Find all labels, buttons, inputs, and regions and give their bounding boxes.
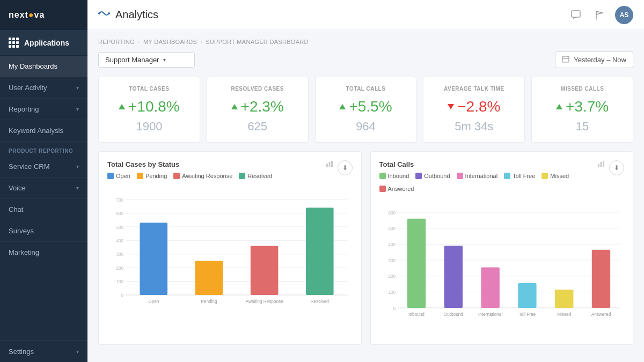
kpi-trend-row: +2.3% [216, 98, 299, 115]
kpi-label: AVERAGE TALK TIME [432, 86, 516, 92]
total-calls-chart: Total Calls Inbound Outbound Internation… [370, 151, 634, 345]
svg-text:700: 700 [116, 198, 123, 203]
sidebar-item-my-dashboards[interactable]: My Dashboards [0, 56, 87, 77]
user-avatar[interactable]: AS [615, 6, 633, 24]
kpi-trend-row: +10.8% [107, 98, 191, 115]
sidebar-item-chat[interactable]: Chat [0, 199, 87, 220]
header-actions: AS [568, 6, 633, 24]
legend-item: Toll Free [504, 173, 535, 179]
svg-rect-32 [598, 164, 599, 167]
kpi-card-total-cases: TOTAL CASES +10.8% 1900 [98, 77, 200, 143]
applications-label: Applications [24, 39, 69, 47]
kpi-percent: +5.5% [349, 98, 392, 115]
bar-chart-icon[interactable] [597, 160, 605, 169]
chevron-down-icon: ▾ [76, 164, 79, 169]
date-range-picker[interactable]: Yesterday – Now [555, 51, 633, 68]
sidebar-item-voice[interactable]: Voice ▾ [0, 178, 87, 199]
kpi-value: 15 [540, 120, 624, 134]
legend-color [379, 173, 386, 179]
chart-header: Total Calls Inbound Outbound Internation… [379, 160, 625, 196]
header-title-area: Analytics [98, 8, 158, 22]
cases-by-status-chart: Total Cases by Status Open Pending Await… [98, 151, 362, 345]
svg-text:400: 400 [388, 242, 396, 247]
legend-label: Pending [145, 173, 167, 179]
svg-text:200: 200 [388, 274, 396, 279]
chat-icon-button[interactable] [568, 7, 584, 23]
sidebar-item-label: Service CRM [9, 162, 50, 171]
legend-item: Inbound [379, 173, 409, 179]
breadcrumb-my-dashboards[interactable]: MY DASHBOARDS [143, 39, 197, 45]
legend-item: International [457, 173, 498, 179]
legend-label: Inbound [388, 173, 409, 179]
sidebar-item-surveys[interactable]: Surveys [0, 220, 87, 242]
sidebar-item-label: My Dashboards [9, 62, 57, 70]
kpi-value: 5m 34s [432, 120, 516, 134]
bar-chart-icon[interactable] [326, 160, 333, 169]
svg-text:Inbound: Inbound [408, 312, 425, 317]
svg-text:International: International [478, 312, 502, 317]
main-content: Analytics AS REPORTING › MY DASHBOARDS ›… [87, 0, 644, 362]
sidebar-item-label: Surveys [9, 227, 34, 235]
legend-color [504, 173, 510, 179]
legend-color [457, 173, 463, 179]
sidebar-item-reporting[interactable]: Reporting ▾ [0, 99, 87, 120]
sidebar-settings[interactable]: Settings ▾ [0, 341, 87, 362]
legend-color [415, 173, 422, 179]
flag-icon-button[interactable] [591, 7, 608, 23]
kpi-card-total-calls: TOTAL CALLS +5.5% 964 [315, 77, 417, 143]
kpi-label: RESOLVED CASES [216, 86, 299, 92]
page-content: REPORTING › MY DASHBOARDS › SUPPORT MANA… [87, 30, 644, 362]
svg-text:Pending: Pending [201, 299, 217, 304]
sidebar-item-label: Voice [9, 184, 26, 192]
chevron-down-icon: ▾ [76, 85, 79, 91]
dashboard-selector[interactable]: Support Manager ▾ [98, 52, 195, 68]
svg-text:400: 400 [116, 239, 123, 243]
legend-label: International [465, 173, 498, 179]
calendar-icon [562, 55, 569, 64]
svg-text:100: 100 [388, 290, 396, 295]
sidebar: next●va Applications My Dashboards User … [0, 0, 87, 362]
breadcrumb-current: SUPPORT MANAGER DASHBOARD [206, 39, 309, 45]
legend-label: Awaiting Response [182, 173, 232, 179]
download-button[interactable]: ⬇ [338, 160, 353, 175]
svg-text:600: 600 [116, 211, 123, 216]
sidebar-item-keyword-analysis[interactable]: Keyword Analysis [0, 120, 87, 142]
applications-menu[interactable]: Applications [0, 30, 87, 56]
svg-text:0: 0 [121, 293, 124, 298]
sidebar-item-service-crm[interactable]: Service CRM ▾ [0, 156, 87, 178]
kpi-card-resolved-cases: RESOLVED CASES +2.3% 625 [207, 77, 309, 143]
bar [195, 261, 223, 295]
bar [444, 246, 462, 308]
sidebar-item-label: Marketing [9, 248, 39, 256]
legend-item: Pending [137, 173, 167, 179]
kpi-label: TOTAL CALLS [324, 86, 408, 92]
logo-area: next●va [0, 0, 87, 30]
date-range-label: Yesterday – Now [574, 56, 626, 64]
settings-label: Settings [9, 348, 34, 356]
sidebar-item-label: Keyword Analysis [9, 127, 63, 135]
chevron-down-icon: ▾ [76, 185, 79, 191]
svg-rect-10 [331, 161, 333, 167]
legend-item: Outbound [415, 173, 450, 179]
svg-point-0 [98, 12, 100, 14]
chart-title: Total Calls [379, 160, 598, 168]
trend-arrow-up [339, 104, 346, 109]
bar [306, 208, 334, 295]
svg-rect-2 [572, 11, 580, 17]
sidebar-item-label: Reporting [9, 105, 39, 113]
sidebar-item-user-activity[interactable]: User Activity ▾ [0, 77, 87, 99]
svg-text:100: 100 [116, 279, 123, 284]
legend-color [173, 173, 180, 179]
legend-item: Resolved [239, 173, 272, 179]
chart-header: Total Cases by Status Open Pending Await… [107, 160, 353, 183]
bar [251, 246, 279, 295]
download-button[interactable]: ⬇ [609, 160, 624, 175]
svg-text:200: 200 [116, 266, 123, 271]
legend-item: Answered [379, 186, 414, 192]
kpi-label: MISSED CALLS [540, 86, 624, 92]
breadcrumb-reporting[interactable]: REPORTING [98, 39, 135, 45]
dashboard-select-label: Support Manager [105, 56, 159, 64]
top-header: Analytics AS [87, 0, 644, 30]
sidebar-item-marketing[interactable]: Marketing [0, 242, 87, 263]
legend-item: Open [107, 173, 130, 179]
